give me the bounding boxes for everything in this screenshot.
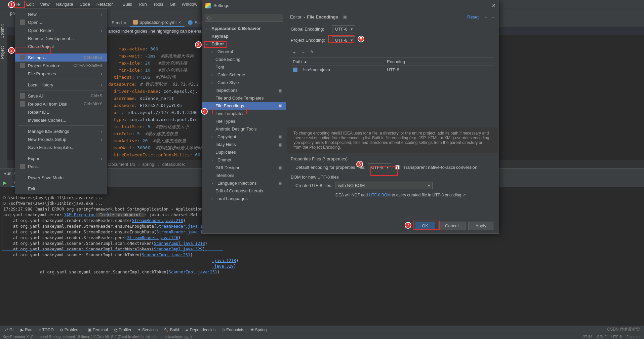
toolwin-services[interactable]: ✦ Services: [137, 328, 158, 332]
menu-edit[interactable]: Edit: [24, 1, 36, 8]
menu-close-project[interactable]: Close Project: [15, 42, 107, 50]
tree-language-injections[interactable]: ›Language Injections▣: [202, 179, 286, 187]
menu-save-all[interactable]: Save AllCtrl+S: [15, 92, 107, 100]
menu-local-history[interactable]: Local History›: [15, 81, 107, 89]
menu-window[interactable]: Window: [179, 1, 200, 8]
tree-duplicates[interactable]: Duplicates: [202, 148, 286, 156]
close-icon[interactable]: ×: [124, 20, 126, 25]
toolwin-commit[interactable]: Commit: [0, 25, 5, 38]
menu-navigate[interactable]: Navigate: [53, 1, 76, 8]
tree-gui-designer[interactable]: GUI Designer▣: [202, 164, 286, 172]
menu-view[interactable]: View: [37, 1, 52, 8]
toolwin-todo[interactable]: ≡ TODO: [38, 328, 53, 332]
toolwin-build[interactable]: 🔨 Build: [164, 328, 179, 332]
tab-readme[interactable]: E.md×: [108, 19, 130, 27]
menu-open[interactable]: Open...: [15, 18, 107, 26]
settings-search[interactable]: [205, 14, 283, 22]
tree-code-editing[interactable]: Code Editing: [202, 55, 286, 63]
menu-refactor[interactable]: Refactor: [94, 1, 116, 8]
ok-button[interactable]: OK: [415, 222, 435, 230]
col-encoding[interactable]: Encoding: [387, 59, 405, 64]
encoding-table-row[interactable]: ...\src\main\java UTF-8: [291, 66, 494, 74]
close-icon[interactable]: ×: [492, 2, 495, 9]
tree-copyright[interactable]: ›Copyright▣: [202, 133, 286, 141]
tree-intentions[interactable]: Intentions: [202, 172, 286, 179]
menu-new[interactable]: New›: [15, 10, 107, 18]
menu-print[interactable]: Print...: [15, 162, 107, 171]
toolwin-dependencies[interactable]: ≣ Dependencies: [185, 328, 216, 332]
tree-emmet[interactable]: ›Emmet: [202, 156, 286, 164]
menu-code[interactable]: Code: [77, 1, 93, 8]
tree-android-design[interactable]: Android Design Tools: [202, 125, 286, 133]
bom-link[interactable]: UTF-8 BOM: [369, 193, 391, 197]
create-utf8-dropdown[interactable]: with NO BOM: [335, 182, 433, 189]
toolwin-problems[interactable]: ⊘ Problems: [60, 328, 82, 332]
toolwin-profiler[interactable]: ◔ Profiler: [114, 328, 131, 332]
menu-exit[interactable]: Exit: [15, 185, 107, 193]
close-icon[interactable]: ×: [178, 20, 181, 25]
menu-build[interactable]: Build: [120, 1, 135, 8]
reset-link[interactable]: Reset: [467, 14, 479, 20]
tree-color-scheme[interactable]: ›Color Scheme: [202, 71, 286, 79]
tab-application-yml[interactable]: application-pro.yml×: [130, 18, 185, 27]
code-key: maxActive: [108, 138, 137, 143]
menu-git[interactable]: Git: [167, 1, 178, 8]
menu-manage-ide-settings[interactable]: Manage IDE Settings›: [15, 127, 107, 135]
bc-editor[interactable]: Editor: [290, 14, 301, 20]
menu-run[interactable]: Run: [136, 1, 150, 8]
menu-remote-dev[interactable]: Remote Development...: [15, 34, 107, 42]
apply-button[interactable]: Apply: [468, 222, 493, 230]
status-caret-pos[interactable]: 27:34: [583, 335, 593, 339]
menu-power-save[interactable]: Power Save Mode: [15, 174, 107, 182]
toolwin-spring[interactable]: ❀ Spring: [250, 328, 267, 332]
menu-settings[interactable]: Settings...Ctrl+Alt+S: [15, 53, 107, 62]
tree-inspections[interactable]: Inspections▣: [202, 86, 286, 94]
remove-icon[interactable]: －: [301, 49, 306, 55]
breadcrumb-item[interactable]: spring:: [142, 162, 155, 167]
tree-appearance[interactable]: ›Appearance & Behavior: [202, 25, 286, 32]
tree-compose-literals[interactable]: Edit of Compose Literals: [202, 187, 286, 195]
project-encoding-dropdown[interactable]: UTF-8: [332, 36, 355, 44]
menu-save-template[interactable]: Save File as Template...: [15, 143, 107, 151]
props-encoding-dropdown[interactable]: UTF-8: [368, 163, 391, 171]
tree-live-templates[interactable]: Live Templates: [202, 110, 286, 117]
menu-invalidate-caches[interactable]: Invalidate Caches...: [15, 116, 107, 124]
breadcrumb-item[interactable]: datasource:: [162, 162, 185, 167]
chevron-right-icon: ›: [158, 162, 159, 167]
menu-tools[interactable]: Tools: [151, 1, 166, 8]
add-icon[interactable]: ＋: [292, 49, 296, 55]
col-path[interactable]: Path: [293, 59, 302, 64]
toolwin-git[interactable]: ⎇ Git: [3, 328, 14, 332]
run-icon[interactable]: ▶: [3, 180, 7, 185]
status-line-sep[interactable]: CRLF: [597, 335, 607, 339]
menu-export[interactable]: Export›: [15, 154, 107, 162]
toolwin-terminal[interactable]: ▣ Terminal: [88, 328, 108, 332]
status-encoding[interactable]: UTF-8: [611, 335, 622, 339]
menu-new-projects-setup[interactable]: New Projects Setup›: [15, 135, 107, 143]
tree-file-encodings[interactable]: File Encodings▣: [202, 102, 286, 110]
tree-natural-languages[interactable]: ›ural Languages: [202, 195, 286, 202]
menu-file-properties[interactable]: File Properties›: [15, 70, 107, 78]
forward-icon[interactable]: →: [490, 14, 495, 20]
tree-font[interactable]: Font: [202, 63, 286, 71]
tree-general[interactable]: ›General: [202, 48, 286, 55]
tree-code-style[interactable]: ›Code Style: [202, 79, 286, 86]
tree-keymap[interactable]: Keymap: [202, 32, 286, 40]
menu-reload-disk[interactable]: Reload All from DiskCtrl+Alt+Y: [15, 100, 107, 108]
global-encoding-dropdown[interactable]: UTF-8: [332, 25, 355, 33]
back-icon[interactable]: ←: [484, 14, 488, 20]
status-indent[interactable]: 2 spaces: [627, 335, 641, 339]
toolwin-endpoints[interactable]: ⊙ Endpoints: [222, 328, 244, 332]
edit-icon[interactable]: ✎: [310, 49, 314, 55]
menu-project-structure[interactable]: Project Structure...Ctrl+Alt+Shift+S: [15, 62, 107, 70]
transparent-ascii-checkbox[interactable]: [395, 165, 400, 170]
menu-repair-ide[interactable]: Repair IDE: [15, 108, 107, 116]
toolwin-run[interactable]: ▶ Run: [21, 328, 32, 332]
cancel-button[interactable]: Cancel: [438, 222, 466, 230]
toolwin-project[interactable]: Project: [0, 46, 5, 59]
menu-open-recent[interactable]: Open Recent›: [15, 26, 107, 34]
tree-file-code-templates[interactable]: File and Code Templates: [202, 94, 286, 102]
tree-file-types[interactable]: File Types: [202, 117, 286, 125]
tree-editor[interactable]: ⌄Editor: [202, 40, 286, 48]
tree-inlay-hints[interactable]: Inlay Hints▣: [202, 141, 286, 148]
